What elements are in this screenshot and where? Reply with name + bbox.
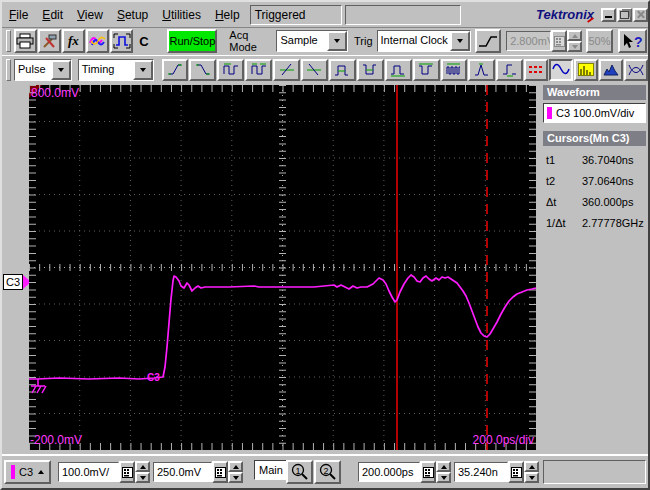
minimize-icon <box>605 16 612 18</box>
define-math-button[interactable]: fx <box>62 29 85 53</box>
meas-fall-time-button[interactable] <box>189 59 216 81</box>
acq-mode-select[interactable]: Sample <box>276 30 348 52</box>
display-area: C3 <box>2 82 648 454</box>
restore-button[interactable] <box>617 8 632 22</box>
close-button[interactable] <box>633 8 648 22</box>
chevron-down-icon[interactable] <box>450 31 470 51</box>
toolbar-grip[interactable] <box>6 59 11 81</box>
channel-color-swatch <box>547 107 552 119</box>
spin-up-button[interactable] <box>228 461 243 472</box>
meas-positive-duty-button[interactable] <box>385 59 412 81</box>
clear-data-button[interactable]: C <box>134 29 153 53</box>
meas-gain-button[interactable] <box>468 59 495 81</box>
trig-level-field: 2.800mV <box>506 29 582 53</box>
meas-delay-button[interactable] <box>496 59 523 81</box>
spin-up-button[interactable] <box>436 461 451 472</box>
meas-category-select[interactable]: Pulse <box>14 59 72 81</box>
acq-mode-label: Acq Mode <box>229 29 272 53</box>
meas-subcategory-select[interactable]: Timing <box>78 59 154 81</box>
meas-burst-width-button[interactable] <box>441 59 468 81</box>
spin-up-button <box>567 30 582 41</box>
positive-cross-icon <box>279 62 295 77</box>
keypad-button[interactable] <box>212 461 228 483</box>
close-icon <box>636 10 645 19</box>
print-button[interactable] <box>14 29 37 53</box>
trig-source-select[interactable]: Internal Clock <box>377 30 471 52</box>
meas-rise-time-button[interactable] <box>162 59 189 81</box>
delay-icon <box>502 62 518 77</box>
help-pointer-icon: ? <box>620 33 644 50</box>
tools-button[interactable] <box>38 29 61 53</box>
color-waves-icon <box>89 34 107 48</box>
histogram-icon <box>578 63 594 76</box>
status-filler <box>543 460 646 484</box>
vertical-offset-value[interactable]: 250.0mV <box>153 462 212 482</box>
menu-view[interactable]: View <box>70 4 110 26</box>
chevron-up-icon <box>38 470 44 474</box>
histogram-button[interactable] <box>574 59 598 81</box>
rising-edge-icon <box>477 33 499 49</box>
magnifier-1-icon: 1 <box>290 463 310 481</box>
svg-text:1: 1 <box>295 466 300 476</box>
spin-down-button[interactable] <box>135 472 150 483</box>
meas-positive-cross-button[interactable] <box>273 59 300 81</box>
frequency-icon <box>251 62 267 77</box>
chevron-down-icon[interactable] <box>327 31 347 51</box>
waveform-list-item[interactable]: C3 100.0mV/div <box>543 103 646 123</box>
ground-reference-icon <box>31 379 46 393</box>
eye-diagram-button[interactable] <box>624 59 648 81</box>
meas-frequency-button[interactable] <box>245 59 272 81</box>
horizontal-scale-value[interactable]: 200.000ps <box>358 462 420 482</box>
minimize-button[interactable] <box>601 8 616 22</box>
peak-icon <box>474 62 490 77</box>
toolbar-grip[interactable] <box>6 30 11 52</box>
trig-50pct-button: 50% <box>586 29 613 53</box>
meas-positive-width-button[interactable] <box>329 59 356 81</box>
keypad-icon <box>554 36 565 47</box>
vertical-scale-value[interactable]: 100.0mV/ <box>58 462 119 482</box>
meas-negative-width-button[interactable] <box>357 59 384 81</box>
channel-marker-c3[interactable]: C3 <box>3 274 31 290</box>
menu-setup[interactable]: Setup <box>110 4 155 26</box>
horizontal-position-value[interactable]: 35.240n <box>454 462 508 482</box>
vertical-scale-field: 100.0mV/ <box>58 460 150 484</box>
distribution-icon <box>603 63 619 76</box>
zoom-2-button[interactable]: 2 <box>314 460 341 484</box>
channel-select-button[interactable]: C3 <box>4 460 51 484</box>
fx-icon: fx <box>68 33 79 49</box>
readout-row: t2 37.0640ns <box>543 170 646 191</box>
waveform-measure-button[interactable] <box>549 59 573 81</box>
menu-file[interactable]: File <box>2 4 35 26</box>
spin-down-button[interactable] <box>436 472 451 483</box>
spin-down-button[interactable] <box>228 472 243 483</box>
meas-period-button[interactable] <box>217 59 244 81</box>
cursors-button[interactable] <box>524 59 548 81</box>
time-per-div-label: 200.0ps/div <box>473 433 534 447</box>
waveform-colors-button[interactable] <box>86 29 109 53</box>
run-stop-button[interactable]: Run/Stop <box>167 29 217 53</box>
keypad-button[interactable] <box>508 461 524 483</box>
menu-edit[interactable]: Edit <box>35 4 70 26</box>
meas-negative-cross-button[interactable] <box>301 59 328 81</box>
waveform-display[interactable]: C3 800.0mV -200.0mV 200.0ps/div <box>29 85 536 450</box>
negative-cross-icon <box>306 62 322 77</box>
spin-up-button[interactable] <box>524 461 539 472</box>
keypad-button[interactable] <box>420 461 436 483</box>
chevron-down-icon[interactable] <box>51 60 71 80</box>
spin-up-button[interactable] <box>135 461 150 472</box>
keypad-icon <box>511 467 522 478</box>
statistics-button[interactable] <box>599 59 623 81</box>
chevron-down-icon[interactable] <box>133 60 153 80</box>
trig-slope-button[interactable] <box>475 29 502 53</box>
keypad-button[interactable] <box>119 461 135 483</box>
horizontal-scale-field: 200.000ps <box>358 460 451 484</box>
keypad-button <box>551 30 567 52</box>
negative-duty-icon <box>418 62 434 77</box>
spin-down-button[interactable] <box>524 472 539 483</box>
meas-negative-duty-button[interactable] <box>413 59 440 81</box>
mask-pulse-button[interactable] <box>110 29 133 53</box>
context-help-button[interactable]: ? <box>618 29 647 53</box>
menu-help[interactable]: Help <box>208 4 247 26</box>
zoom-1-button[interactable]: 1 <box>286 460 313 484</box>
menu-utilities[interactable]: Utilities <box>155 4 208 26</box>
